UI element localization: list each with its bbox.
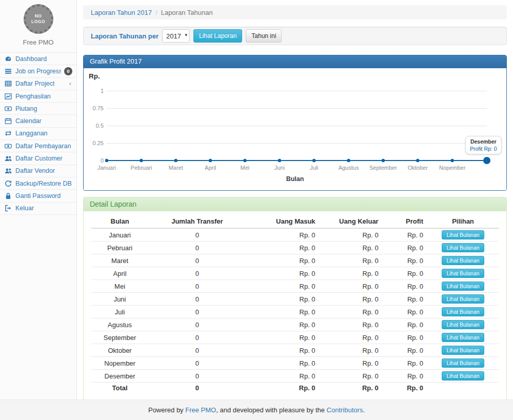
breadcrumb-link[interactable]: Laporan Tahun 2017 xyxy=(91,9,152,16)
table-cell: Rp. 0 xyxy=(383,331,427,344)
table-cell: 0 xyxy=(148,280,246,293)
lihat-bulanan-button[interactable]: Lihat Bulanan xyxy=(442,230,484,239)
brand-block: NO LOGO Free PMO xyxy=(0,0,76,52)
total-cell-empty xyxy=(427,383,499,394)
table-cell: Rp. 0 xyxy=(246,331,320,344)
sidebar-item-langganan[interactable]: Langganan xyxy=(0,128,76,140)
year-select[interactable]: 2017 xyxy=(162,29,190,43)
total-cell: Rp. 0 xyxy=(320,383,383,394)
lihat-bulanan-button[interactable]: Lihat Bulanan xyxy=(442,282,484,291)
column-header: Bulan xyxy=(91,215,148,228)
lihat-bulanan-button[interactable]: Lihat Bulanan xyxy=(442,333,484,342)
users-icon xyxy=(5,167,12,174)
sidebar-item-piutang[interactable]: Piutang xyxy=(0,103,76,115)
table-cell: Oktober xyxy=(91,344,148,357)
lihat-bulanan-button[interactable]: Lihat Bulanan xyxy=(442,269,484,278)
free-pmo-link[interactable]: Free PMO xyxy=(185,406,216,414)
detail-laporan-panel: Detail Laporan BulanJumlah TransferUang … xyxy=(83,197,507,399)
sidebar-item-dashboard[interactable]: Dashboard xyxy=(0,53,76,65)
table-cell: Maret xyxy=(91,254,148,267)
table-cell: Rp. 0 xyxy=(320,357,383,370)
total-cell: 0 xyxy=(148,383,246,394)
tahun-ini-button[interactable]: Tahun ini xyxy=(246,29,282,43)
sidebar-item-penghasilan[interactable]: Penghasilan xyxy=(0,90,76,103)
sidebar-menu: DashboardJob on Progress0Daftar Project‹… xyxy=(0,52,76,215)
sidebar-item-daftar-project[interactable]: Daftar Project‹ xyxy=(0,78,76,90)
table-row: Januari0Rp. 0Rp. 0Rp. 0Lihat Bulanan xyxy=(91,228,499,242)
table-cell: Rp. 0 xyxy=(320,242,383,254)
lihat-bulanan-button[interactable]: Lihat Bulanan xyxy=(442,358,484,368)
lihat-bulanan-button[interactable]: Lihat Bulanan xyxy=(442,346,484,355)
report-table: BulanJumlah TransferUang MasukUang Kelua… xyxy=(91,215,499,393)
table-cell: Rp. 0 xyxy=(383,242,427,254)
profit-line-series xyxy=(84,68,506,190)
table-cell-action: Lihat Bulanan xyxy=(427,318,499,331)
sidebar-item-daftar-vendor[interactable]: Daftar Vendor xyxy=(0,165,76,177)
sidebar-item-daftar-pembayaran[interactable]: Daftar Pembayaran xyxy=(0,140,76,152)
brand-name: Free PMO xyxy=(0,38,76,46)
table-cell: Rp. 0 xyxy=(383,293,427,306)
sidebar-item-daftar-customer[interactable]: Daftar Customer xyxy=(0,152,76,165)
sidebar-item-label: Daftar Pembayaran xyxy=(15,143,71,150)
sidebar-item-label: Job on Progress xyxy=(15,68,61,75)
table-cell: 0 xyxy=(148,344,246,357)
table-cell: September xyxy=(91,331,148,344)
table-cell-action: Lihat Bulanan xyxy=(427,280,499,293)
sidebar-item-label: Ganti Password xyxy=(15,192,61,199)
table-cell: Rp. 0 xyxy=(383,228,427,242)
table-cell: Rp. 0 xyxy=(320,344,383,357)
table-cell: Rp. 0 xyxy=(383,370,427,383)
main-layout: NO LOGO Free PMO DashboardJob on Progres… xyxy=(0,0,513,399)
table-row: Nopember0Rp. 0Rp. 0Rp. 0Lihat Bulanan xyxy=(91,357,499,370)
line-chart-icon xyxy=(5,93,12,100)
footer-text: Powered by Free PMO, and developed with … xyxy=(148,406,365,414)
report-table-head-row: BulanJumlah TransferUang MasukUang Kelua… xyxy=(91,215,499,228)
table-cell: Rp. 0 xyxy=(383,254,427,267)
sidebar-item-ganti-password[interactable]: Ganti Password xyxy=(0,190,76,202)
sidebar-item-job-on-progress[interactable]: Job on Progress0 xyxy=(0,65,76,77)
table-cell: Rp. 0 xyxy=(383,318,427,331)
table-cell: Rp. 0 xyxy=(246,293,320,306)
logo-text: NO LOGO xyxy=(30,13,47,24)
table-cell-action: Lihat Bulanan xyxy=(427,306,499,318)
table-cell: Rp. 0 xyxy=(246,228,320,242)
users-icon xyxy=(5,155,12,162)
lihat-bulanan-button[interactable]: Lihat Bulanan xyxy=(442,307,484,316)
lihat-bulanan-button[interactable]: Lihat Bulanan xyxy=(442,243,484,252)
table-cell: Rp. 0 xyxy=(383,357,427,370)
breadcrumb-separator: / xyxy=(155,9,157,16)
table-cell: Rp. 0 xyxy=(246,370,320,383)
sidebar-item-label: Backup/Restore DB xyxy=(15,180,72,187)
year-select-wrap: 2017 xyxy=(162,29,190,43)
sidebar-item-label: Piutang xyxy=(15,105,37,112)
table-cell: Rp. 0 xyxy=(383,344,427,357)
footer: Powered by Free PMO, and developed with … xyxy=(0,399,513,420)
table-cell: 0 xyxy=(148,267,246,280)
sidebar-item-label: Calendar xyxy=(15,117,42,125)
lihat-bulanan-button[interactable]: Lihat Bulanan xyxy=(442,294,484,304)
table-cell: Rp. 0 xyxy=(320,293,383,306)
sidebar-item-calendar[interactable]: Calendar xyxy=(0,115,76,127)
dashboard-icon xyxy=(5,55,12,63)
table-icon xyxy=(5,80,12,87)
total-cell: Rp. 0 xyxy=(383,383,427,394)
table-cell: Rp. 0 xyxy=(246,254,320,267)
table-cell: Rp. 0 xyxy=(246,267,320,280)
table-row: Oktober0Rp. 0Rp. 0Rp. 0Lihat Bulanan xyxy=(91,344,499,357)
chart-tooltip: Desember Profit Rp: 0 xyxy=(465,136,502,154)
total-cell: Rp. 0 xyxy=(246,383,320,394)
lihat-bulanan-button[interactable]: Lihat Bulanan xyxy=(442,320,484,329)
footer-prefix: Powered by xyxy=(148,406,185,414)
lihat-bulanan-button[interactable]: Lihat Bulanan xyxy=(442,256,484,265)
year-filter-bar: Laporan Tahunan per 2017 Lihat Laporan T… xyxy=(83,27,507,45)
table-cell-action: Lihat Bulanan xyxy=(427,267,499,280)
sidebar-item-keluar[interactable]: Keluar xyxy=(0,203,76,215)
table-cell: Nopember xyxy=(91,357,148,370)
app-window: NO LOGO Free PMO DashboardJob on Progres… xyxy=(0,0,513,420)
sidebar-item-backup-restore-db[interactable]: Backup/Restore DB xyxy=(0,177,76,190)
breadcrumb-current: Laporan Tahunan xyxy=(161,9,213,16)
lihat-bulanan-button[interactable]: Lihat Bulanan xyxy=(442,371,484,381)
lihat-laporan-button[interactable]: Lihat Laporan xyxy=(193,29,242,43)
contributors-link[interactable]: Contributors xyxy=(327,406,363,414)
table-cell: Rp. 0 xyxy=(246,306,320,318)
